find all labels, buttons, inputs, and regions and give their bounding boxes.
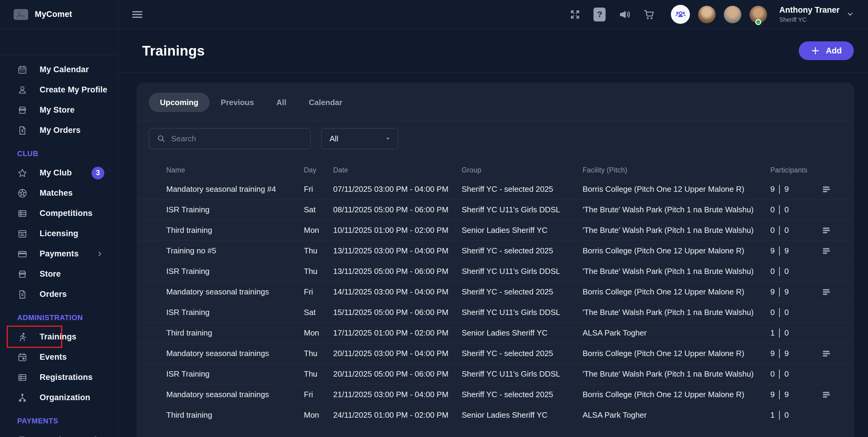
sidebar-item-registrations[interactable]: Registrations [0,367,118,388]
sidebar-item-my-orders[interactable]: $My Orders [0,120,118,140]
table-row[interactable]: Mandatory seasonal training #4Fri07/11/2… [137,179,854,199]
cell-facility: 'The Brute' Walsh Park (Pitch 1 na Brute… [583,369,770,379]
cell-day: Sat [304,308,333,317]
participants-total: 9 [784,349,788,358]
attendance-list-icon[interactable] [822,184,831,194]
participants-total: 0 [784,369,788,379]
orders-icon: $ [17,125,28,136]
user-meta: Anthony Traner Sheriff YC [779,5,840,23]
table-row[interactable]: Mandatory seasonal trainingsFri21/11/202… [137,384,854,405]
sidebar-item-matches[interactable]: Matches [0,183,118,203]
type-filter-select[interactable]: All [321,128,399,149]
sidebar-item-competitions[interactable]: Competitions [0,203,118,224]
column-header-participants: Participants [770,166,822,174]
sidebar-item-store[interactable]: Store [0,264,118,284]
participants-separator [779,308,780,317]
chevron-down-icon [846,10,854,18]
table-row[interactable]: Third trainingMon24/11/2025 01:00 PM - 0… [137,405,854,425]
sidebar-item-my-calendar[interactable]: My Calendar [0,60,118,80]
app-title: MyComet [35,10,72,19]
participants-confirmed: 9 [770,246,775,256]
cell-name: Third training [166,410,304,420]
sidebar-item-create-my-profile[interactable]: Create My Profile [0,80,118,100]
sidebar-item-my-store[interactable]: My Store [0,100,118,120]
cell-date: 17/11/2025 01:00 PM - 02:00 PM [333,328,462,338]
page-header: Trainings Add [119,29,868,72]
table-row[interactable]: ISR TrainingSat08/11/2025 05:00 PM - 06:… [137,199,854,220]
table-row[interactable]: Mandatory seasonal trainingsFri14/11/202… [137,281,854,302]
add-button[interactable]: Add [799,41,854,60]
sidebar-item-trainings[interactable]: Trainings [0,327,118,347]
search-input[interactable] [171,134,310,143]
cart-icon[interactable] [643,8,655,21]
cell-facility: Borris College (Pitch One 12 Upper Malon… [583,390,770,399]
tab-upcoming[interactable]: Upcoming [149,93,210,112]
cell-name: Training no #5 [166,246,304,256]
menu-icon[interactable] [131,10,143,19]
table-row[interactable]: Training no #5Thu13/11/2025 03:00 PM - 0… [137,240,854,261]
table-row[interactable]: ISR TrainingThu20/11/2025 05:00 PM - 06:… [137,364,854,384]
search-icon [157,134,166,143]
online-status-dot [755,19,761,25]
cell-group: Senior Ladies Sheriff YC [462,410,583,420]
sidebar-item-my-club[interactable]: My Club3 [0,163,118,183]
sidebar-item-licensing[interactable]: Licensing [0,224,118,244]
cell-day: Mon [304,410,333,420]
attendance-list-icon[interactable] [822,226,831,235]
attendance-list-icon[interactable] [822,390,831,400]
calendar-icon [17,65,28,75]
sidebar-item-organization[interactable]: Organization [0,388,118,408]
cell-name: ISR Training [166,308,304,317]
announcements-icon[interactable] [618,8,630,21]
sidebar-item-merchant-settings[interactable]: Merchant Settings [0,430,118,437]
tab-calendar[interactable]: Calendar [298,93,353,112]
participants-total: 0 [784,328,788,338]
tab-previous[interactable]: Previous [210,93,265,112]
attendance-list-icon[interactable] [822,349,831,359]
help-icon[interactable]: ? [593,7,606,22]
table-row[interactable]: Mandatory seasonal trainingsThu20/11/202… [137,343,854,364]
table-header-row: NameDayDateGroupFacility (Pitch)Particip… [137,161,854,179]
fullscreen-icon[interactable] [569,9,581,20]
cell-name: Mandatory seasonal trainings [166,349,304,358]
user-name: Anthony Traner [779,5,840,15]
cell-name: ISR Training [166,205,304,214]
participants-separator [779,226,780,235]
participants-total: 0 [784,267,788,276]
cell-facility: Borris College (Pitch One 12 Upper Malon… [583,349,770,358]
participants-total: 0 [784,205,788,214]
chevron-right-icon [96,250,104,258]
sidebar-item-events[interactable]: Events [0,347,118,367]
attendance-list-icon[interactable] [822,246,831,256]
sidebar-item-label: Matches [40,189,72,198]
table-row[interactable]: ISR TrainingThu13/11/2025 05:00 PM - 06:… [137,261,854,281]
cell-facility: Borris College (Pitch One 12 Upper Malon… [583,246,770,256]
participants-separator [779,246,780,256]
table-row[interactable]: Third trainingMon10/11/2025 01:00 PM - 0… [137,220,854,240]
avatar[interactable] [698,6,716,23]
sidebar-item-label: Merchant Settings [40,436,111,437]
club-switcher-button[interactable] [671,5,690,24]
sidebar-item-payments[interactable]: Payments [0,244,118,264]
type-filter-value: All [330,134,384,143]
table-row[interactable]: Third trainingMon17/11/2025 01:00 PM - 0… [137,323,854,343]
participants-separator [779,329,780,338]
participants-confirmed: 9 [770,349,775,358]
cell-date: 13/11/2025 03:00 PM - 04:00 PM [333,246,462,256]
cell-date: 21/11/2025 03:00 PM - 04:00 PM [333,390,462,399]
user-organization: Sheriff YC [779,16,840,23]
participants-separator [779,267,780,276]
cell-facility: Borris College (Pitch One 12 Upper Malon… [583,184,770,194]
tab-all[interactable]: All [265,93,298,112]
table-row[interactable]: ISR TrainingSat15/11/2025 05:00 PM - 06:… [137,302,854,323]
user-menu[interactable]: Anthony Traner Sheriff YC [779,5,854,23]
avatar[interactable] [749,6,767,23]
cell-group: Sheriff YC U11's Girls DDSL [462,369,583,379]
attendance-list-icon[interactable] [822,287,831,297]
sidebar-item-label: Payments [40,249,79,259]
user-icon [17,85,28,95]
card-icon [17,249,28,259]
license-icon [17,229,28,239]
sidebar-item-orders[interactable]: $Orders [0,284,118,304]
avatar[interactable] [724,6,741,23]
